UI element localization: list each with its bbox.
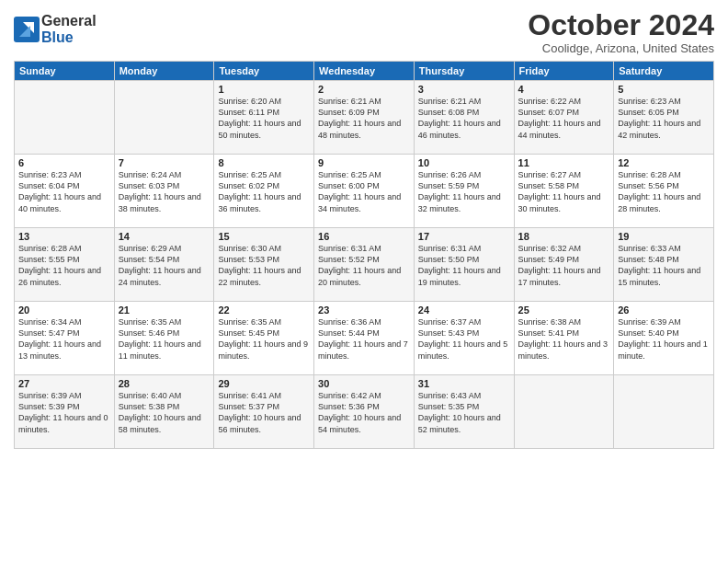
day-info: Sunrise: 6:31 AM Sunset: 5:50 PM Dayligh…	[418, 243, 510, 288]
day-cell: 7Sunrise: 6:24 AM Sunset: 6:03 PM Daylig…	[114, 155, 214, 228]
day-info: Sunrise: 6:34 AM Sunset: 5:47 PM Dayligh…	[18, 316, 110, 362]
day-number: 7	[119, 157, 210, 168]
day-info: Sunrise: 6:31 AM Sunset: 5:52 PM Dayligh…	[318, 243, 410, 288]
logo-general-text: General	[41, 13, 97, 29]
day-number: 23	[318, 304, 410, 316]
week-row-4: 20Sunrise: 6:34 AM Sunset: 5:47 PM Dayli…	[15, 302, 714, 375]
header-wednesday: Wednesday	[314, 62, 415, 81]
calendar-body: 1Sunrise: 6:20 AM Sunset: 6:11 PM Daylig…	[15, 81, 714, 449]
day-info: Sunrise: 6:23 AM Sunset: 6:05 PM Dayligh…	[618, 96, 710, 141]
day-number: 10	[418, 157, 510, 168]
day-number: 13	[18, 231, 110, 242]
day-number: 24	[418, 304, 510, 316]
day-info: Sunrise: 6:22 AM Sunset: 6:07 PM Dayligh…	[518, 96, 610, 141]
day-cell: 17Sunrise: 6:31 AM Sunset: 5:50 PM Dayli…	[414, 228, 514, 302]
week-row-5: 27Sunrise: 6:39 AM Sunset: 5:39 PM Dayli…	[15, 375, 714, 449]
day-cell: 3Sunrise: 6:21 AM Sunset: 6:08 PM Daylig…	[414, 81, 514, 155]
day-cell: 27Sunrise: 6:39 AM Sunset: 5:39 PM Dayli…	[15, 375, 115, 449]
day-number: 5	[618, 84, 710, 95]
day-info: Sunrise: 6:35 AM Sunset: 5:45 PM Dayligh…	[218, 316, 310, 362]
day-info: Sunrise: 6:23 AM Sunset: 6:04 PM Dayligh…	[18, 169, 110, 214]
logo-text: General Blue	[41, 13, 97, 45]
day-cell: 4Sunrise: 6:22 AM Sunset: 6:07 PM Daylig…	[514, 81, 614, 155]
day-info: Sunrise: 6:28 AM Sunset: 5:56 PM Dayligh…	[618, 169, 710, 214]
location-text: Coolidge, Arizona, United States	[528, 41, 714, 55]
day-number: 28	[119, 378, 210, 389]
header-sunday: Sunday	[15, 62, 115, 81]
day-info: Sunrise: 6:30 AM Sunset: 5:53 PM Dayligh…	[218, 243, 310, 288]
day-info: Sunrise: 6:21 AM Sunset: 6:09 PM Dayligh…	[318, 96, 410, 141]
day-info: Sunrise: 6:24 AM Sunset: 6:03 PM Dayligh…	[119, 169, 210, 214]
day-info: Sunrise: 6:33 AM Sunset: 5:48 PM Dayligh…	[618, 243, 710, 288]
day-number: 30	[318, 378, 410, 389]
header-row: Sunday Monday Tuesday Wednesday Thursday…	[15, 62, 714, 81]
day-number: 6	[18, 157, 110, 168]
day-cell: 24Sunrise: 6:37 AM Sunset: 5:43 PM Dayli…	[414, 302, 514, 375]
day-info: Sunrise: 6:20 AM Sunset: 6:11 PM Dayligh…	[218, 96, 310, 141]
day-cell	[614, 375, 714, 449]
day-cell: 6Sunrise: 6:23 AM Sunset: 6:04 PM Daylig…	[15, 155, 115, 228]
day-cell	[514, 375, 614, 449]
day-info: Sunrise: 6:41 AM Sunset: 5:37 PM Dayligh…	[218, 390, 310, 435]
day-number: 16	[318, 231, 410, 242]
title-block: October 2024 Coolidge, Arizona, United S…	[528, 9, 714, 55]
day-cell: 15Sunrise: 6:30 AM Sunset: 5:53 PM Dayli…	[214, 228, 314, 302]
day-info: Sunrise: 6:29 AM Sunset: 5:54 PM Dayligh…	[119, 243, 210, 288]
day-cell: 9Sunrise: 6:25 AM Sunset: 6:00 PM Daylig…	[314, 155, 415, 228]
day-cell: 1Sunrise: 6:20 AM Sunset: 6:11 PM Daylig…	[214, 81, 314, 155]
day-number: 4	[518, 84, 610, 95]
day-info: Sunrise: 6:35 AM Sunset: 5:46 PM Dayligh…	[119, 316, 210, 362]
day-info: Sunrise: 6:38 AM Sunset: 5:41 PM Dayligh…	[518, 316, 610, 362]
day-cell: 14Sunrise: 6:29 AM Sunset: 5:54 PM Dayli…	[114, 228, 214, 302]
day-number: 27	[18, 378, 110, 389]
day-cell: 22Sunrise: 6:35 AM Sunset: 5:45 PM Dayli…	[214, 302, 314, 375]
day-number: 9	[318, 157, 410, 168]
day-number: 15	[218, 231, 310, 242]
day-cell: 10Sunrise: 6:26 AM Sunset: 5:59 PM Dayli…	[414, 155, 514, 228]
day-info: Sunrise: 6:39 AM Sunset: 5:39 PM Dayligh…	[18, 390, 110, 435]
day-cell: 2Sunrise: 6:21 AM Sunset: 6:09 PM Daylig…	[314, 81, 415, 155]
day-cell: 5Sunrise: 6:23 AM Sunset: 6:05 PM Daylig…	[614, 81, 714, 155]
day-number: 3	[418, 84, 510, 95]
day-number: 18	[518, 231, 610, 242]
day-number: 8	[218, 157, 310, 168]
week-row-2: 6Sunrise: 6:23 AM Sunset: 6:04 PM Daylig…	[15, 155, 714, 228]
day-cell: 12Sunrise: 6:28 AM Sunset: 5:56 PM Dayli…	[614, 155, 714, 228]
header-saturday: Saturday	[614, 62, 714, 81]
day-info: Sunrise: 6:32 AM Sunset: 5:49 PM Dayligh…	[518, 243, 610, 288]
header-monday: Monday	[114, 62, 214, 81]
header-friday: Friday	[514, 62, 614, 81]
day-cell: 23Sunrise: 6:36 AM Sunset: 5:44 PM Dayli…	[314, 302, 415, 375]
day-cell: 16Sunrise: 6:31 AM Sunset: 5:52 PM Dayli…	[314, 228, 415, 302]
day-number: 20	[18, 304, 110, 316]
day-cell: 13Sunrise: 6:28 AM Sunset: 5:55 PM Dayli…	[15, 228, 115, 302]
day-info: Sunrise: 6:36 AM Sunset: 5:44 PM Dayligh…	[318, 316, 410, 362]
week-row-1: 1Sunrise: 6:20 AM Sunset: 6:11 PM Daylig…	[15, 81, 714, 155]
day-number: 14	[119, 231, 210, 242]
day-number: 29	[218, 378, 310, 389]
day-info: Sunrise: 6:21 AM Sunset: 6:08 PM Dayligh…	[418, 96, 510, 141]
day-number: 2	[318, 84, 410, 95]
day-number: 11	[518, 157, 610, 168]
day-cell: 31Sunrise: 6:43 AM Sunset: 5:35 PM Dayli…	[414, 375, 514, 449]
header-thursday: Thursday	[414, 62, 514, 81]
day-cell: 29Sunrise: 6:41 AM Sunset: 5:37 PM Dayli…	[214, 375, 314, 449]
day-number: 22	[218, 304, 310, 316]
day-info: Sunrise: 6:28 AM Sunset: 5:55 PM Dayligh…	[18, 243, 110, 288]
day-cell: 30Sunrise: 6:42 AM Sunset: 5:36 PM Dayli…	[314, 375, 415, 449]
day-cell: 20Sunrise: 6:34 AM Sunset: 5:47 PM Dayli…	[15, 302, 115, 375]
day-cell: 18Sunrise: 6:32 AM Sunset: 5:49 PM Dayli…	[514, 228, 614, 302]
calendar-table: Sunday Monday Tuesday Wednesday Thursday…	[14, 61, 714, 449]
page-container: General Blue October 2024 Coolidge, Ariz…	[0, 0, 728, 563]
day-number: 26	[618, 304, 710, 316]
day-info: Sunrise: 6:37 AM Sunset: 5:43 PM Dayligh…	[418, 316, 510, 362]
month-title: October 2024	[528, 9, 714, 41]
day-number: 31	[418, 378, 510, 389]
day-number: 25	[518, 304, 610, 316]
day-cell: 8Sunrise: 6:25 AM Sunset: 6:02 PM Daylig…	[214, 155, 314, 228]
day-info: Sunrise: 6:42 AM Sunset: 5:36 PM Dayligh…	[318, 390, 410, 435]
day-info: Sunrise: 6:26 AM Sunset: 5:59 PM Dayligh…	[418, 169, 510, 214]
day-info: Sunrise: 6:27 AM Sunset: 5:58 PM Dayligh…	[518, 169, 610, 214]
day-cell: 11Sunrise: 6:27 AM Sunset: 5:58 PM Dayli…	[514, 155, 614, 228]
day-cell: 28Sunrise: 6:40 AM Sunset: 5:38 PM Dayli…	[114, 375, 214, 449]
